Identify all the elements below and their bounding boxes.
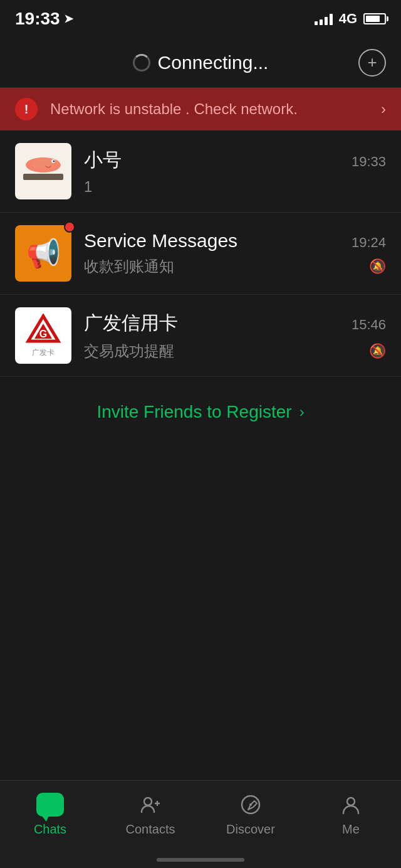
header: Connecting... + <box>0 38 401 88</box>
tab-contacts-label: Contacts <box>126 822 175 837</box>
mute-icon-2: 🔕 <box>369 258 386 275</box>
add-button[interactable]: + <box>358 49 386 77</box>
network-error-icon: ! <box>15 98 38 120</box>
invite-arrow-icon: › <box>299 403 305 421</box>
home-indicator <box>157 858 244 862</box>
chat-time-1: 19:33 <box>352 154 386 170</box>
network-chevron-icon: › <box>381 100 386 118</box>
header-title: Connecting... <box>133 52 269 73</box>
chat-list: 小号 19:33 1 📢 Service Messages 19:24 收款 <box>0 130 401 377</box>
tab-bar: Chats Contacts Discover <box>0 780 401 868</box>
avatar-wrap-3: G 广发卡 <box>15 307 71 364</box>
avatar-wrap-1 <box>15 143 71 199</box>
chats-tab-icon <box>36 791 64 818</box>
tab-discover[interactable]: Discover <box>200 791 301 837</box>
chat-item-3[interactable]: G 广发卡 广发信用卡 15:46 交易成功提醒 🔕 <box>0 295 401 377</box>
tab-discover-label: Discover <box>226 822 275 837</box>
chat-name-3: 广发信用卡 <box>84 310 178 336</box>
time-display: 19:33 <box>15 9 60 29</box>
svg-point-5 <box>53 161 55 162</box>
location-icon: ➤ <box>64 12 73 26</box>
chat-item-2[interactable]: 📢 Service Messages 19:24 收款到账通知 🔕 <box>0 213 401 295</box>
chat-item-1[interactable]: 小号 19:33 1 <box>0 130 401 213</box>
status-bar: 19:33 ➤ 4G <box>0 0 401 38</box>
avatar-service: 📢 <box>15 225 71 282</box>
mute-icon-3: 🔕 <box>369 343 386 359</box>
invite-banner[interactable]: Invite Friends to Register › <box>0 377 401 447</box>
discover-tab-icon <box>237 791 264 818</box>
chat-time-3: 15:46 <box>352 317 386 333</box>
me-tab-icon <box>337 791 365 818</box>
avatar-gf: G 广发卡 <box>15 307 71 364</box>
svg-point-3 <box>32 159 55 169</box>
chat-time-2: 19:24 <box>352 235 386 251</box>
chat-name-1: 小号 <box>84 147 122 173</box>
svg-rect-1 <box>23 174 63 180</box>
svg-text:G: G <box>39 329 47 339</box>
signal-bars <box>315 13 333 25</box>
tab-me[interactable]: Me <box>301 791 401 837</box>
chat-preview-2: 收款到账通知 <box>84 257 364 277</box>
svg-point-9 <box>144 798 152 805</box>
invite-text: Invite Friends to Register <box>96 402 291 422</box>
avatar-sushi <box>15 143 71 199</box>
network-type: 4G <box>339 11 357 27</box>
avatar-wrap-2: 📢 <box>15 225 71 282</box>
status-right: 4G <box>315 11 386 27</box>
network-banner[interactable]: ! Network is unstable . Check network. › <box>0 88 401 130</box>
chat-content-3: 广发信用卡 15:46 交易成功提醒 🔕 <box>84 310 386 361</box>
megaphone-icon: 📢 <box>26 237 61 270</box>
chat-preview-3: 交易成功提醒 <box>84 341 364 361</box>
chat-name-2: Service Messages <box>84 230 237 251</box>
tab-contacts[interactable]: Contacts <box>100 791 200 837</box>
tab-me-label: Me <box>342 822 360 837</box>
tab-chats[interactable]: Chats <box>0 791 100 837</box>
battery-icon <box>363 13 386 24</box>
chat-content-2: Service Messages 19:24 收款到账通知 🔕 <box>84 230 386 277</box>
svg-point-11 <box>249 803 252 806</box>
contacts-tab-icon <box>137 791 164 818</box>
header-title-text: Connecting... <box>158 52 269 73</box>
svg-point-12 <box>347 798 355 805</box>
chat-preview-1: 1 <box>84 178 386 196</box>
chat-bubble-icon <box>36 793 64 817</box>
unread-badge-2 <box>64 221 75 233</box>
connecting-spinner <box>133 54 150 71</box>
network-message: Network is unstable . Check network. <box>50 100 368 118</box>
status-time: 19:33 ➤ <box>15 9 73 29</box>
tab-chats-label: Chats <box>34 822 66 837</box>
gf-card-label: 广发卡 <box>32 347 55 358</box>
chat-content-1: 小号 19:33 1 <box>84 147 386 196</box>
